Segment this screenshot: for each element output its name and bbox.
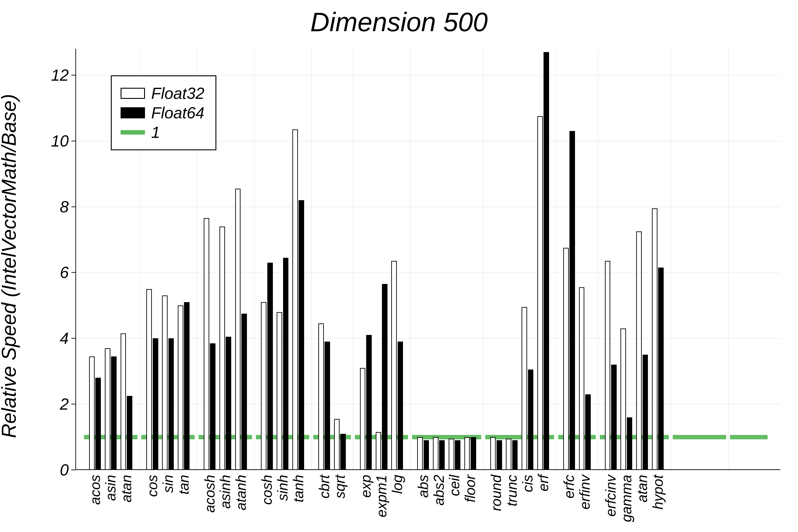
bar-float64 [267,263,273,470]
legend-label: Float32 [151,84,204,102]
bar-float64 [340,434,346,470]
bar-float32 [277,312,282,470]
bar-float32 [391,261,397,470]
legend-item-float64: Float64 [120,104,204,122]
xtick-label: sin [160,475,176,493]
ytick-mark [71,470,75,470]
bar-float64 [226,337,231,470]
bar-float64 [455,440,460,470]
xtick-label: ceil [446,475,463,496]
xtick-label: log [389,475,405,494]
bar-float64 [95,378,101,470]
xtick-label: hypot [650,475,666,510]
bar-float64 [184,302,190,470]
xtick-label: erfc [561,475,577,498]
bar-float32 [433,437,438,470]
xtick-label: acosh [202,475,218,513]
bar-float32 [537,116,543,470]
bar-float32 [120,334,126,470]
bar-float64 [127,396,132,470]
ytick-mark [71,272,75,273]
legend-swatch-float64 [120,107,145,118]
legend-item-float32: Float32 [120,84,204,102]
xtick-label: tan [175,475,192,495]
ytick-mark [71,338,75,339]
bar-float64 [643,355,648,470]
xtick-label: abs2 [431,475,447,506]
xtick-label: abs [415,475,431,498]
bar-float32 [334,419,340,470]
xtick-label: tanh [290,475,307,502]
bar-float64 [544,52,549,470]
bar-float32 [178,305,183,470]
ytick-label: 8 [60,198,69,216]
xtick-label: expm1 [373,475,390,517]
xtick-label: cis [519,475,536,492]
xtick-label: cbrt [316,475,332,498]
xtick-label: floor [462,475,478,502]
xtick-label: trunc [504,475,520,506]
bar-float64 [382,284,387,470]
bar-float32 [235,189,241,470]
ytick-label: 0 [60,461,69,479]
bar-float64 [111,357,117,470]
bar-float32 [506,439,511,470]
bar-float64 [153,338,158,470]
legend-swatch-float32 [120,88,145,99]
y-axis-line [75,49,76,470]
bar-float64 [241,314,247,470]
bar-float64 [496,440,502,470]
ytick-mark [71,404,75,404]
bar-float64 [627,417,632,470]
bar-float64 [569,131,575,470]
xtick-label: asin [102,475,119,501]
xtick-label: erfcinv [603,475,619,517]
bar-float32 [563,248,569,470]
xtick-label: exp [358,475,374,498]
ytick-label: 10 [51,132,69,150]
legend-label: Float64 [151,104,204,122]
bar-float64 [528,369,534,470]
xtick-label: gamma [618,475,634,522]
bar-float64 [398,342,403,470]
ytick-label: 6 [60,263,69,282]
plot-area: Float32 Float64 1 024681012acosasinatanc… [75,49,780,470]
bar-float32 [204,218,209,470]
bar-float32 [636,231,642,470]
xtick-label: atan [118,475,135,502]
bar-float32 [579,287,585,470]
bar-float32 [449,439,454,470]
bar-float32 [105,348,110,470]
bar-float64 [366,335,372,470]
xtick-label: round [488,475,504,511]
bar-float32 [652,208,658,470]
bar-float32 [162,296,168,470]
bar-float32 [490,437,496,470]
bar-float64 [512,440,518,470]
bar-float32 [220,227,225,470]
gridline-h [75,470,780,470]
bar-float64 [611,365,617,470]
xtick-label: erf [535,475,551,491]
xtick-label: asinh [217,475,233,509]
bar-float32 [605,261,610,470]
ytick-mark [71,75,75,75]
xtick-label: cos [144,475,160,497]
x-axis-line [75,469,780,470]
y-axis-label: Relative Speed (IntelVectorMath/Base) [0,94,20,438]
xtick-label: cosh [259,475,275,505]
legend: Float32 Float64 1 [111,75,216,150]
chart-title: Dimension 500 [0,7,798,37]
bar-float64 [324,342,330,470]
bar-float64 [439,440,445,470]
bar-float64 [169,338,174,470]
xtick-label: atan [634,475,650,502]
xtick-label: erfinv [576,475,593,510]
ytick-mark [71,206,75,207]
bar-float64 [283,258,289,470]
ytick-mark [71,140,75,141]
xtick-label: sinh [274,475,291,501]
bar-float64 [585,394,591,470]
bar-float32 [417,437,423,470]
bar-float64 [658,268,664,470]
